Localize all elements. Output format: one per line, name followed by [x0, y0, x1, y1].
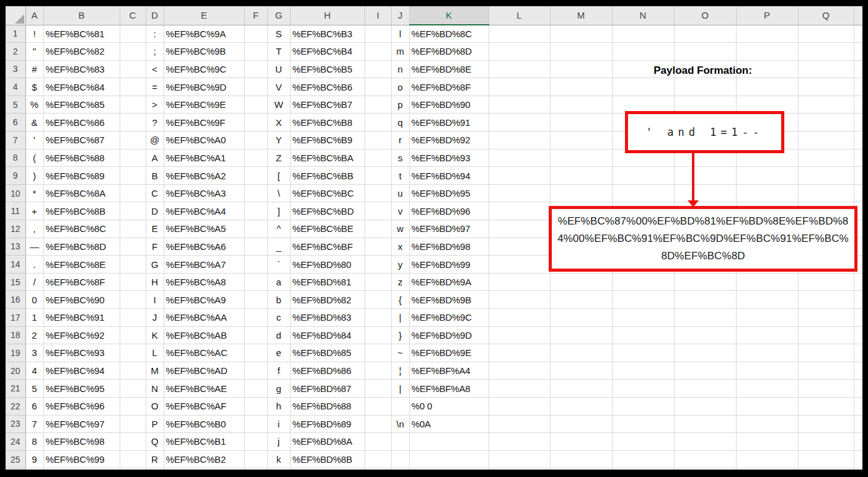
- column-header-Q[interactable]: Q: [798, 6, 854, 25]
- cell-J7[interactable]: r: [391, 132, 409, 149]
- cell-D15[interactable]: H: [146, 273, 164, 291]
- row-header-1[interactable]: 1: [6, 25, 25, 43]
- cell-K1[interactable]: %EF%BD%8C: [409, 25, 489, 43]
- cell-F12[interactable]: [244, 220, 267, 238]
- column-header-D[interactable]: D: [146, 6, 164, 25]
- cell-B16[interactable]: %EF%BC%90: [43, 291, 120, 309]
- cell-I5[interactable]: [365, 96, 391, 114]
- cell-partial-18[interactable]: [854, 326, 862, 344]
- cell-L5[interactable]: [489, 96, 550, 114]
- cell-B8[interactable]: %EF%BC%88: [43, 149, 120, 167]
- payload-plaintext-box[interactable]: ' and 1=1--: [625, 111, 784, 153]
- cell-C3[interactable]: [120, 60, 146, 78]
- cell-I10[interactable]: [365, 184, 391, 202]
- cell-N17[interactable]: [612, 309, 674, 327]
- cell-C2[interactable]: [120, 43, 146, 61]
- column-header-M[interactable]: M: [550, 6, 612, 25]
- cell-N25[interactable]: [612, 450, 674, 468]
- cell-B24[interactable]: %EF%BC%98: [43, 433, 120, 451]
- cell-K13[interactable]: %EF%BD%98: [409, 238, 489, 256]
- cell-P10[interactable]: [736, 184, 798, 202]
- cell-N1[interactable]: [612, 25, 674, 43]
- cell-A17[interactable]: 1: [25, 309, 43, 327]
- cell-C7[interactable]: [120, 132, 146, 149]
- cell-I7[interactable]: [365, 132, 391, 149]
- cell-H24[interactable]: %EF%BD%8A: [290, 433, 365, 451]
- cell-E17[interactable]: %EF%BC%AA: [164, 309, 244, 327]
- cell-P21[interactable]: [736, 380, 798, 398]
- cell-A3[interactable]: #: [25, 60, 43, 78]
- cell-O20[interactable]: [674, 362, 736, 380]
- cell-C4[interactable]: [120, 78, 146, 96]
- cell-L10[interactable]: [489, 184, 550, 202]
- cell-O18[interactable]: [674, 326, 736, 344]
- cell-M2[interactable]: [550, 43, 612, 61]
- row-header-21[interactable]: 21: [6, 380, 25, 398]
- cell-E19[interactable]: %EF%BC%AC: [164, 344, 244, 362]
- cell-K21[interactable]: %EF%BF%A8: [409, 380, 489, 398]
- cell-M8[interactable]: [550, 149, 612, 167]
- column-header-A[interactable]: A: [25, 6, 43, 25]
- cell-A22[interactable]: 6: [25, 397, 43, 415]
- cell-I23[interactable]: [365, 415, 391, 433]
- cell-A16[interactable]: 0: [25, 291, 43, 309]
- cell-F13[interactable]: [244, 238, 267, 256]
- cell-P16[interactable]: [736, 291, 798, 309]
- cell-partial-23[interactable]: [854, 415, 862, 433]
- cell-Q7[interactable]: [798, 132, 854, 149]
- cell-M25[interactable]: [550, 450, 612, 468]
- cell-partial-25[interactable]: [854, 450, 862, 468]
- cell-G25[interactable]: k: [267, 450, 290, 468]
- cell-Q20[interactable]: [798, 362, 854, 380]
- cell-J23[interactable]: \n: [391, 415, 409, 433]
- cell-O25[interactable]: [674, 450, 736, 468]
- cell-P4[interactable]: [736, 78, 798, 96]
- cell-L24[interactable]: [489, 433, 550, 451]
- cell-Q10[interactable]: [798, 184, 854, 202]
- cell-I6[interactable]: [365, 114, 391, 132]
- cell-B13[interactable]: %EF%BC%8D: [43, 238, 120, 256]
- cell-J22[interactable]: [391, 397, 409, 415]
- cell-A13[interactable]: —: [25, 238, 43, 256]
- cell-A19[interactable]: 3: [25, 344, 43, 362]
- cell-H6[interactable]: %EF%BC%B8: [290, 114, 365, 132]
- cell-H20[interactable]: %EF%BD%86: [290, 362, 365, 380]
- column-header-C[interactable]: C: [120, 6, 146, 25]
- cell-partial-8[interactable]: [854, 149, 862, 167]
- cell-F5[interactable]: [244, 96, 267, 114]
- cell-C14[interactable]: [120, 256, 146, 274]
- cell-L26[interactable]: [489, 468, 550, 470]
- cell-M6[interactable]: [550, 114, 612, 132]
- cell-Q5[interactable]: [798, 96, 854, 114]
- cell-B10[interactable]: %EF%BC%8A: [43, 184, 120, 202]
- row-header-22[interactable]: 22: [6, 397, 25, 415]
- cell-P24[interactable]: [736, 433, 798, 451]
- cell-K15[interactable]: %EF%BD%9A: [409, 273, 489, 291]
- column-header-L[interactable]: L: [489, 6, 550, 25]
- cell-I8[interactable]: [365, 149, 391, 167]
- cell-L11[interactable]: [489, 202, 550, 220]
- cell-D18[interactable]: K: [146, 326, 164, 344]
- row-header-23[interactable]: 23: [6, 415, 25, 433]
- cell-H25[interactable]: %EF%BD%8B: [290, 450, 365, 468]
- cell-J15[interactable]: z: [391, 273, 409, 291]
- cell-L22[interactable]: [489, 397, 550, 415]
- row-header-25[interactable]: 25: [6, 450, 25, 468]
- cell-Q26[interactable]: [798, 468, 854, 470]
- cell-F16[interactable]: [244, 291, 267, 309]
- cell-partial-4[interactable]: [854, 78, 862, 96]
- cell-Q24[interactable]: [798, 433, 854, 451]
- cell-H17[interactable]: %EF%BD%83: [290, 309, 365, 327]
- column-header-B[interactable]: B: [43, 6, 120, 25]
- cell-E18[interactable]: %EF%BC%AB: [164, 326, 244, 344]
- cell-H22[interactable]: %EF%BD%88: [290, 397, 365, 415]
- cell-A7[interactable]: ': [25, 132, 43, 149]
- cell-partial-22[interactable]: [854, 397, 862, 415]
- cell-E22[interactable]: %EF%BC%AF: [164, 397, 244, 415]
- cell-M10[interactable]: [550, 184, 612, 202]
- cell-F4[interactable]: [244, 78, 267, 96]
- cell-K6[interactable]: %EF%BD%91: [409, 114, 489, 132]
- row-header-15[interactable]: 15: [6, 273, 25, 291]
- cell-J24[interactable]: [391, 433, 409, 451]
- cell-G15[interactable]: a: [267, 273, 290, 291]
